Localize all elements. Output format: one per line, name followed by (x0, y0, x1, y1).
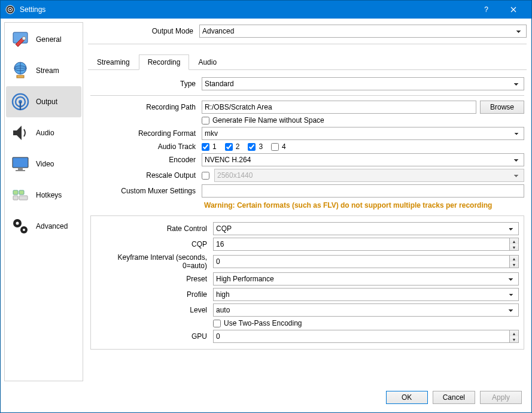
help-button[interactable]: ? (473, 1, 500, 19)
rate-control-select[interactable]: CQP (213, 222, 519, 235)
sidebar-item-label: Audio (36, 129, 54, 137)
gpu-spin-up[interactable]: ▲ (510, 330, 518, 336)
cqp-spin-down[interactable]: ▼ (510, 244, 518, 250)
rescale-label: Rescale Output (90, 171, 198, 180)
muxer-label: Custom Muxer Settings (90, 187, 198, 195)
level-select[interactable]: auto (213, 303, 519, 317)
muxer-input[interactable] (202, 184, 524, 198)
separator (90, 95, 524, 96)
gpu-label: GPU (96, 332, 209, 341)
gpu-spin-down[interactable]: ▼ (510, 336, 518, 342)
close-button[interactable] (500, 1, 527, 19)
track-1-checkbox[interactable] (202, 143, 209, 151)
encoder-settings-group: Rate Control CQP CQP ▲▼ Keyframe Interva… (90, 215, 524, 350)
sidebar-item-general[interactable]: General (6, 24, 81, 55)
svg-rect-13 (16, 170, 25, 171)
rate-control-label: Rate Control (96, 224, 209, 233)
sidebar-item-label: Video (36, 160, 54, 168)
recording-path-input[interactable] (202, 101, 476, 114)
footer: OK Cancel Apply (1, 385, 531, 410)
svg-rect-7 (17, 75, 24, 78)
keyframe-spin-down[interactable]: ▼ (510, 262, 518, 268)
svg-point-2 (10, 9, 11, 10)
output-mode-label: Output Mode (88, 27, 196, 35)
level-label: Level (96, 306, 209, 314)
browse-button[interactable]: Browse (480, 101, 524, 114)
svg-point-19 (16, 222, 19, 225)
twopass-label: Use Two-Pass Encoding (224, 319, 302, 327)
tabs: Streaming Recording Audio (88, 54, 527, 70)
track-4-checkbox[interactable] (271, 143, 279, 151)
sidebar-item-advanced[interactable]: Advanced (6, 211, 81, 242)
titlebar: Settings ? (1, 1, 531, 19)
monitor-icon (11, 154, 30, 174)
sidebar-item-hotkeys[interactable]: Hotkeys (6, 180, 81, 211)
svg-rect-12 (18, 168, 23, 170)
tab-audio[interactable]: Audio (189, 54, 226, 70)
recording-path-label: Recording Path (90, 103, 198, 111)
sidebar-item-label: Hotkeys (36, 191, 62, 199)
cqp-input[interactable] (213, 238, 509, 251)
globe-icon (11, 61, 30, 80)
content-panel: Output Mode Advanced Streaming Recording… (87, 22, 528, 381)
keyboard-icon (11, 186, 30, 205)
audio-track-label: Audio Track (90, 142, 198, 151)
sidebar-item-label: Output (36, 98, 57, 106)
gpu-input[interactable] (213, 330, 509, 343)
keyframe-spin-up[interactable]: ▲ (510, 256, 518, 262)
window-title: Settings (20, 5, 473, 14)
broadcast-icon (11, 92, 30, 111)
svg-rect-11 (13, 157, 28, 168)
svg-rect-15 (19, 190, 24, 195)
preset-select[interactable]: High Performance (213, 272, 519, 286)
sidebar-item-label: Advanced (36, 222, 68, 230)
rescale-select: 2560x1440 (214, 169, 524, 182)
svg-rect-14 (13, 190, 18, 195)
wrench-icon (11, 30, 30, 49)
keyframe-label: Keyframe Interval (seconds, 0=auto) (96, 253, 209, 270)
sidebar-item-audio[interactable]: Audio (6, 117, 81, 148)
format-select[interactable]: mkv (202, 127, 524, 140)
format-label: Recording Format (90, 129, 198, 138)
sidebar-item-video[interactable]: Video (6, 148, 81, 180)
tab-streaming[interactable]: Streaming (88, 54, 139, 70)
output-mode-select[interactable]: Advanced (199, 25, 527, 38)
profile-select[interactable]: high (213, 288, 519, 301)
profile-label: Profile (96, 290, 209, 299)
track-3-checkbox[interactable] (248, 143, 256, 151)
type-select[interactable]: Standard (202, 77, 524, 90)
sidebar-item-output[interactable]: Output (6, 86, 81, 117)
track-2-checkbox[interactable] (225, 143, 233, 151)
sidebar: General Stream Output Audio Video Hotkey… (4, 22, 83, 381)
app-icon (5, 5, 15, 14)
apply-button[interactable]: Apply (480, 391, 522, 404)
recording-panel: Type Standard Recording Path Browse Gene… (88, 74, 527, 352)
svg-point-21 (23, 229, 25, 231)
encoder-select[interactable]: NVENC H.264 (202, 153, 524, 166)
encoder-label: Encoder (90, 156, 198, 164)
keyframe-input[interactable] (213, 255, 509, 268)
svg-rect-16 (13, 196, 18, 200)
type-label: Type (90, 80, 198, 88)
cqp-spin-up[interactable]: ▲ (510, 238, 518, 244)
gen-filename-checkbox[interactable] (202, 117, 209, 124)
tab-recording[interactable]: Recording (139, 54, 190, 70)
speaker-icon (11, 123, 30, 142)
warning-text: Warning: Certain formats (such as FLV) d… (90, 200, 524, 211)
gears-icon (11, 217, 30, 236)
sidebar-item-label: Stream (36, 66, 59, 75)
gen-filename-label: Generate File Name without Space (212, 116, 324, 124)
sidebar-item-stream[interactable]: Stream (6, 55, 81, 86)
cancel-button[interactable]: Cancel (433, 391, 475, 404)
twopass-checkbox[interactable] (213, 320, 221, 327)
preset-label: Preset (96, 275, 209, 283)
separator (88, 44, 527, 44)
ok-button[interactable]: OK (386, 391, 428, 404)
cqp-label: CQP (96, 240, 209, 248)
rescale-checkbox[interactable] (202, 172, 209, 180)
sidebar-item-label: General (36, 35, 62, 44)
svg-rect-17 (19, 196, 28, 200)
svg-point-4 (22, 37, 26, 40)
